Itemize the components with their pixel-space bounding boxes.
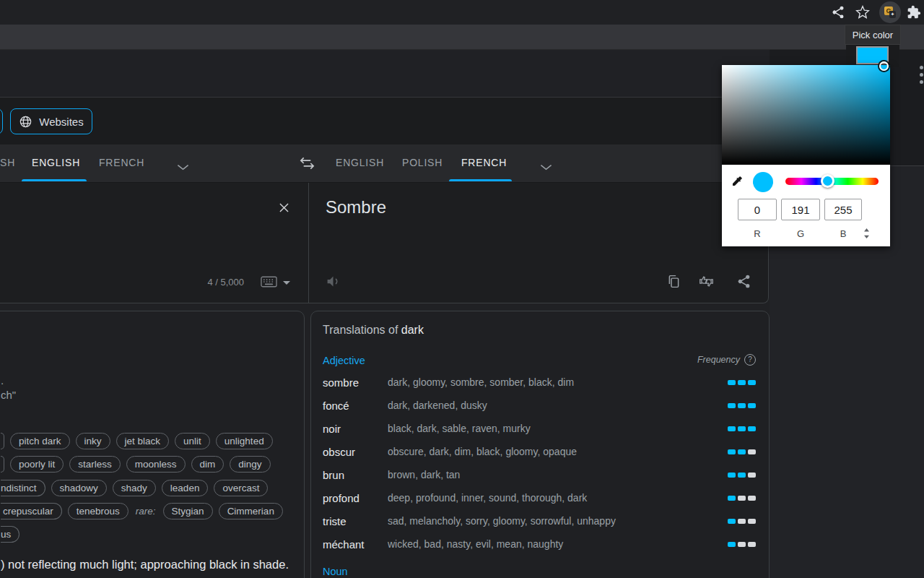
cut-off-source-button[interactable] bbox=[0, 108, 3, 134]
clear-input-icon[interactable] bbox=[277, 201, 291, 215]
translation-word: obscur bbox=[323, 446, 388, 458]
synonym-chip[interactable]: pitch dark bbox=[10, 433, 70, 449]
saturation-selector-ring[interactable] bbox=[879, 61, 889, 71]
blue-value-input[interactable] bbox=[824, 199, 862, 220]
translation-synonyms: sad, melancholy, sorry, gloomy, sorrowfu… bbox=[388, 515, 728, 527]
translation-row[interactable]: méchant wicked, bad, nasty, evil, mean, … bbox=[323, 532, 756, 556]
synonym-chip[interactable]: overcast bbox=[214, 480, 268, 496]
frequency-bar bbox=[728, 426, 736, 431]
synonym-chip[interactable]: Cimmerian bbox=[219, 503, 283, 519]
frequency-bar bbox=[728, 403, 736, 408]
frequency-bar bbox=[748, 449, 756, 454]
websites-button[interactable]: Websites bbox=[10, 108, 92, 134]
red-value-input[interactable] bbox=[738, 199, 777, 220]
keyboard-icon[interactable] bbox=[261, 276, 277, 288]
listen-translation-icon[interactable] bbox=[326, 274, 341, 289]
translation-row[interactable]: triste sad, melancholy, sorry, gloomy, s… bbox=[323, 509, 756, 532]
color-picker-extension-icon: G✦ bbox=[884, 7, 896, 18]
translation-word: profond bbox=[323, 492, 388, 504]
synonym-chip[interactable] bbox=[1, 433, 4, 449]
bookmark-star-icon[interactable] bbox=[855, 5, 870, 20]
target-tab-polish[interactable]: POLISH bbox=[402, 144, 443, 180]
synonym-chip[interactable]: us bbox=[1, 526, 19, 543]
active-extension-button[interactable]: G✦ bbox=[879, 1, 901, 23]
synonym-chip[interactable]: unlighted bbox=[216, 433, 273, 449]
source-more-chevron-icon[interactable] bbox=[177, 160, 189, 167]
synonym-chip-row: ndistinctshadowyshadyleadenovercast bbox=[1, 480, 268, 496]
green-value-input[interactable] bbox=[781, 199, 820, 220]
share-translation-icon[interactable] bbox=[736, 274, 751, 289]
frequency-bars bbox=[728, 426, 756, 431]
frequency-bars bbox=[728, 449, 756, 454]
translation-output-text: Sombre bbox=[326, 197, 386, 217]
source-tab-english[interactable]: ENGLISH bbox=[32, 144, 80, 180]
synonym-chip[interactable]: unlit bbox=[175, 433, 210, 449]
target-more-chevron-icon[interactable] bbox=[540, 160, 552, 167]
screen: G✦ Websites SH ENGLISH FRENCH ENGLISH PO… bbox=[0, 0, 924, 578]
synonym-chip[interactable]: crepuscular bbox=[1, 503, 62, 519]
copy-translation-icon[interactable] bbox=[666, 274, 681, 289]
translate-io-card: 4 / 5,000 Sombre bbox=[0, 183, 769, 303]
source-tab-underline bbox=[22, 179, 87, 181]
keyboard-menu-caret-icon[interactable] bbox=[283, 281, 290, 285]
share-icon[interactable] bbox=[831, 5, 845, 20]
synonym-chip[interactable]: shadowy bbox=[51, 480, 107, 496]
translation-row[interactable]: noir black, dark, sable, raven, murky bbox=[323, 417, 756, 440]
translation-row[interactable]: foncé dark, darkened, dusky bbox=[323, 394, 756, 417]
rate-translation-icon[interactable] bbox=[699, 274, 714, 289]
hue-slider-handle[interactable] bbox=[821, 174, 834, 188]
swap-languages-icon[interactable] bbox=[299, 157, 315, 170]
target-tab-french[interactable]: FRENCH bbox=[461, 144, 507, 180]
translations-title-prefix: Translations of bbox=[323, 324, 398, 336]
picked-color-swatch-box bbox=[846, 45, 899, 67]
apps-grid-icon[interactable] bbox=[920, 66, 924, 87]
frequency-help-icon[interactable]: ? bbox=[744, 354, 756, 366]
synonym-chip[interactable]: dim bbox=[191, 456, 225, 473]
eyedropper-icon[interactable] bbox=[731, 175, 744, 188]
translations-card: Translations of dark Adjective Frequency… bbox=[310, 311, 770, 578]
frequency-bars bbox=[728, 380, 756, 385]
color-mode-updown-icon[interactable] bbox=[863, 228, 870, 238]
target-tab-english[interactable]: ENGLISH bbox=[336, 144, 384, 180]
frequency-bar bbox=[738, 449, 746, 454]
saturation-gradient[interactable] bbox=[722, 65, 890, 165]
websites-label: Websites bbox=[39, 116, 83, 128]
synonym-chip[interactable]: starless bbox=[69, 456, 121, 473]
synonym-chip[interactable]: rare: bbox=[134, 506, 157, 517]
synonym-chip[interactable] bbox=[1, 456, 4, 473]
synonym-chip[interactable]: moonless bbox=[126, 456, 186, 473]
synonym-chip[interactable]: leaden bbox=[162, 480, 209, 496]
translation-word: noir bbox=[323, 423, 388, 435]
character-count: 4 / 5,000 bbox=[166, 277, 244, 288]
synonym-chip[interactable]: ndistinct bbox=[1, 480, 45, 496]
translation-row[interactable]: brun brown, dark, tan bbox=[323, 463, 756, 486]
translation-word: sombre bbox=[323, 376, 388, 389]
target-tab-underline bbox=[449, 179, 512, 181]
translation-synonyms: brown, dark, tan bbox=[388, 469, 728, 480]
definitions-card: . ch" pitch darkinkyjet blackunlitunligh… bbox=[0, 311, 305, 578]
synonym-chip[interactable]: dingy bbox=[230, 456, 270, 473]
frequency-bars bbox=[728, 496, 756, 501]
translation-row[interactable]: profond deep, profound, inner, sound, th… bbox=[323, 486, 756, 509]
translation-word: méchant bbox=[323, 538, 388, 551]
synonym-chip[interactable]: poorly lit bbox=[10, 456, 64, 473]
translation-synonyms: black, dark, sable, raven, murky bbox=[388, 423, 728, 434]
frequency-bars bbox=[728, 403, 756, 408]
translation-synonyms: obscure, dark, dim, black, gloomy, opaqu… bbox=[388, 446, 728, 457]
synonym-chip[interactable]: tenebrous bbox=[68, 503, 128, 519]
translations-title-word: dark bbox=[401, 324, 424, 336]
frequency-bar bbox=[738, 403, 746, 408]
synonym-chip[interactable]: shady bbox=[113, 480, 156, 496]
synonym-chip[interactable]: jet black bbox=[116, 433, 170, 449]
frequency-bar bbox=[748, 496, 756, 501]
frequency-bar bbox=[728, 542, 736, 547]
translation-row[interactable]: sombre dark, gloomy, sombre, somber, bla… bbox=[323, 371, 756, 394]
pick-color-tooltip: Pick color bbox=[845, 25, 901, 45]
io-divider bbox=[308, 183, 309, 303]
source-tab-fragment[interactable]: SH bbox=[0, 144, 15, 180]
synonym-chip[interactable]: Stygian bbox=[163, 503, 213, 519]
synonym-chip[interactable]: inky bbox=[76, 433, 110, 449]
extensions-puzzle-icon[interactable] bbox=[907, 5, 921, 20]
source-tab-french[interactable]: FRENCH bbox=[99, 144, 144, 180]
translation-row[interactable]: obscur obscure, dark, dim, black, gloomy… bbox=[323, 440, 756, 463]
